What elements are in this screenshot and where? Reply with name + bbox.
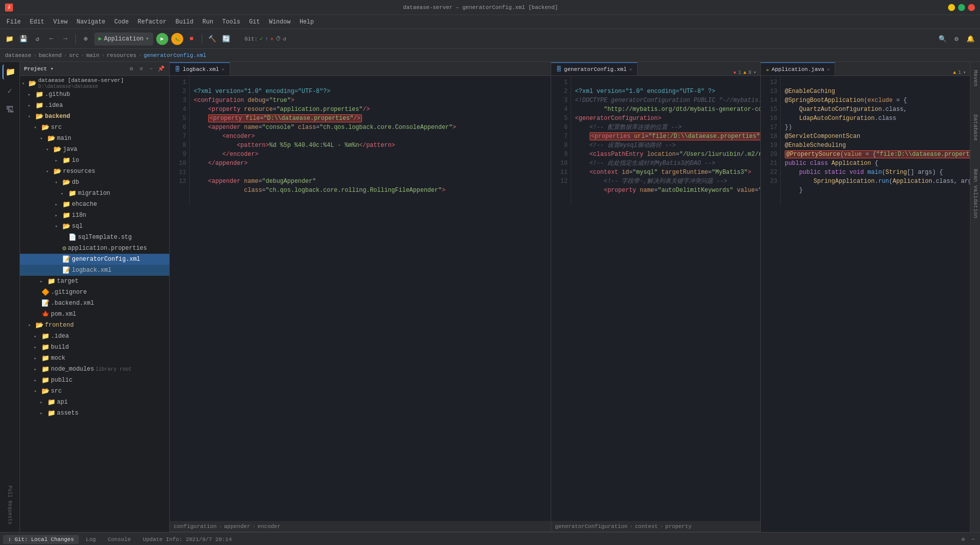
open-button[interactable]: 📁 xyxy=(4,33,15,44)
undo-button[interactable]: ↺ xyxy=(32,33,43,44)
menu-view[interactable]: View xyxy=(49,17,72,26)
application-editor[interactable]: 121314151617181920212223 @EnableCaching … xyxy=(761,76,970,532)
back-button[interactable]: ← xyxy=(46,33,57,44)
menu-code[interactable]: Code xyxy=(110,17,133,26)
tree-item-idea[interactable]: ▸ 📁 .idea xyxy=(20,100,169,111)
tree-item-assets[interactable]: ▸ 📁 assets xyxy=(20,408,169,419)
tab-genconfig[interactable]: 🗄 generatorConfig.xml ✕ xyxy=(551,62,638,75)
tree-item-db[interactable]: ▾ 📂 db xyxy=(20,177,169,188)
tree-item-target[interactable]: ▸ 📁 target xyxy=(20,276,169,287)
tree-item-mock[interactable]: ▸ 📁 mock xyxy=(20,353,169,364)
tree-item-migration[interactable]: ▸ 📁 migration xyxy=(20,188,169,199)
menu-navigate[interactable]: Navigate xyxy=(72,17,109,26)
bottom-tab-update[interactable]: Update Info: 2021/9/7 20:14 xyxy=(138,535,237,544)
tree-item-genconfig[interactable]: ▸ 📝 generatorConfig.xml xyxy=(20,254,169,265)
tree-item-build-fe[interactable]: ▸ 📁 build xyxy=(20,342,169,353)
menu-refactor[interactable]: Refactor xyxy=(134,17,171,26)
tab-logback[interactable]: 🗄 logback.xml ✕ xyxy=(170,62,230,75)
menu-build[interactable]: Build xyxy=(171,17,197,26)
tree-item-resources[interactable]: ▾ 📂 resources xyxy=(20,166,169,177)
sidebar-project-icon[interactable]: 📁 xyxy=(2,64,17,79)
maximize-button[interactable] xyxy=(958,4,965,11)
tab-genconfig-close[interactable]: ✕ xyxy=(629,66,632,72)
forward-button[interactable]: → xyxy=(60,33,71,44)
pull-requests-tab[interactable]: Pull Requests xyxy=(4,483,15,527)
tree-item-pom[interactable]: ▸ 🍁 pom.xml xyxy=(20,309,169,320)
sidebar-commit-icon[interactable]: ✓ xyxy=(2,83,17,98)
breadcrumb-src[interactable]: src xyxy=(69,52,79,58)
tree-item-ehcache[interactable]: ▸ 📁 ehcache xyxy=(20,199,169,210)
sidebar-icons: 📁 ✓ 🏗 Pull Requests xyxy=(0,62,20,532)
genconfig-editor[interactable]: 123456789101112 <?xml version="1.0" enco… xyxy=(551,76,760,521)
bottom-settings-icon[interactable]: ⚙ xyxy=(959,536,967,544)
breadcrumb-resources[interactable]: resources xyxy=(107,52,136,58)
sidebar-structure-icon[interactable]: 🏗 xyxy=(2,102,17,117)
tree-item-node-modules[interactable]: ▸ 📁 node_modules library root xyxy=(20,364,169,375)
bottom-tab-console[interactable]: Console xyxy=(103,535,136,544)
tree-item-public[interactable]: ▸ 📁 public xyxy=(20,375,169,386)
bean-validation-tab[interactable]: Bean Validation xyxy=(971,165,980,222)
tab-logback-close[interactable]: ✕ xyxy=(222,66,225,72)
menu-edit[interactable]: Edit xyxy=(26,17,48,26)
bottom-tab-git-local[interactable]: ↕ Git: Local Changes xyxy=(3,535,79,544)
debug-button[interactable]: 🐛 xyxy=(171,33,183,45)
breadcrumb: dataease › backend › src › main › resour… xyxy=(0,49,980,62)
search-everywhere-button[interactable]: 🔍 xyxy=(937,33,948,44)
logback-editor[interactable]: 123456789101112 <?xml version="1.0" enco… xyxy=(170,76,551,521)
pin-icon[interactable]: 📌 xyxy=(157,65,165,73)
panel-header-icons: ⚙ ≡ − 📌 xyxy=(127,65,165,73)
tree-item-app-props[interactable]: ▸ ⚙ application.properties xyxy=(20,243,169,254)
tab-application-label: Application.java xyxy=(772,66,825,72)
bottom-minimize-icon[interactable]: − xyxy=(969,536,977,544)
expand-all-icon[interactable]: ≡ xyxy=(137,65,145,73)
tree-item-sqltemplate[interactable]: ▸ 📄 sqlTemplate.stg xyxy=(20,232,169,243)
tree-item-java[interactable]: ▾ 📂 java xyxy=(20,144,169,155)
sync-button[interactable]: 🔄 xyxy=(221,33,232,44)
tree-item-gitignore[interactable]: ▸ 🔶 .gitignore xyxy=(20,287,169,298)
menu-git[interactable]: Git xyxy=(245,17,264,26)
bottom-tab-log[interactable]: Log xyxy=(81,535,101,544)
settings-button[interactable]: ⚙ xyxy=(951,33,962,44)
tree-item-logback[interactable]: ▸ 📝 logback.xml xyxy=(20,265,169,276)
build-button[interactable]: 🔨 xyxy=(207,33,218,44)
tab-application[interactable]: ☕ Application.java ✕ xyxy=(761,62,835,75)
menu-window[interactable]: Window xyxy=(265,17,295,26)
menu-tools[interactable]: Tools xyxy=(218,17,244,26)
tab-genconfig-icon: 🗄 xyxy=(556,66,562,72)
collapse-icon[interactable]: − xyxy=(147,65,155,73)
tree-item-backend-xml[interactable]: ▸ 📝 .backend.xml xyxy=(20,298,169,309)
breadcrumb-backend[interactable]: backend xyxy=(38,52,61,58)
tree-item-i18n[interactable]: ▸ 📁 i18n xyxy=(20,210,169,221)
run-button[interactable]: ▶ xyxy=(156,33,168,45)
close-button[interactable] xyxy=(968,4,975,11)
tree-item-idea-fe[interactable]: ▸ 📁 .idea xyxy=(20,331,169,342)
menu-run[interactable]: Run xyxy=(198,17,217,26)
tree-item-root[interactable]: ▾ 📂 dataease [dataease-server] D:\dataea… xyxy=(20,78,169,89)
database-tab[interactable]: Database xyxy=(971,110,980,145)
tree-item-github[interactable]: ▸ 📁 .github xyxy=(20,89,169,100)
tree-item-backend[interactable]: ▾ 📂 backend xyxy=(20,111,169,122)
maven-tab[interactable]: Maven xyxy=(971,66,980,90)
tree-item-src-fe[interactable]: ▾ 📂 src xyxy=(20,386,169,397)
menu-file[interactable]: File xyxy=(2,17,25,26)
tree-item-main[interactable]: ▾ 📂 main xyxy=(20,133,169,144)
breadcrumb-main[interactable]: main xyxy=(86,52,99,58)
menu-help[interactable]: Help xyxy=(296,17,318,26)
save-button[interactable]: 💾 xyxy=(18,33,29,44)
tree-item-api[interactable]: ▸ 📁 api xyxy=(20,397,169,408)
debug-icon: 🐛 xyxy=(174,35,181,42)
tree-item-sql[interactable]: ▾ 📂 sql xyxy=(20,221,169,232)
breadcrumb-file[interactable]: generatorConfig.xml xyxy=(144,52,206,58)
tree-item-io[interactable]: ▸ 📁 io xyxy=(20,155,169,166)
gear-settings-icon[interactable]: ⚙ xyxy=(127,65,135,73)
run-config-selector[interactable]: ▶ Application ▾ xyxy=(94,32,153,45)
tab-application-close[interactable]: ✕ xyxy=(827,66,830,72)
git-clock: ⏱ xyxy=(276,35,281,42)
tree-item-frontend[interactable]: ▾ 📂 frontend xyxy=(20,320,169,331)
tree-item-src[interactable]: ▾ 📂 src xyxy=(20,122,169,133)
navigate-button[interactable]: ⊕ xyxy=(80,33,91,44)
stop-button[interactable]: ■ xyxy=(186,33,197,44)
minimize-button[interactable] xyxy=(948,4,955,11)
notifications-button[interactable]: 🔔 xyxy=(965,33,976,44)
breadcrumb-dataease[interactable]: dataease xyxy=(5,52,31,58)
